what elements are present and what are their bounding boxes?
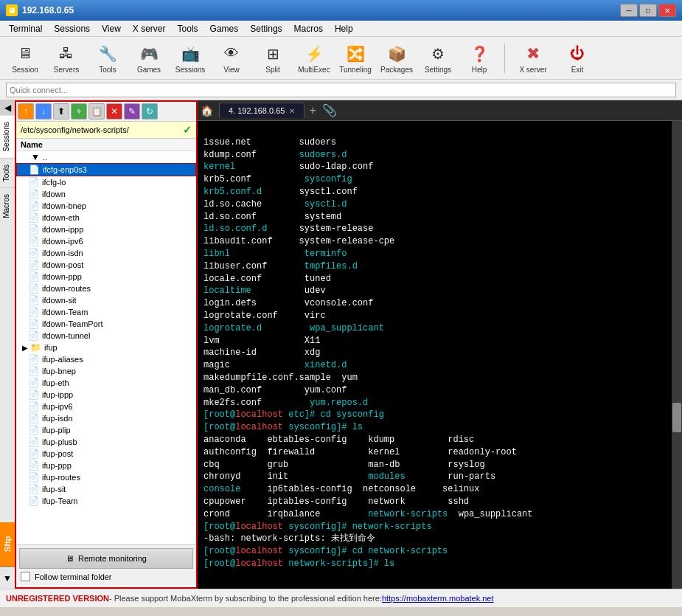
tool-view[interactable]: 👁 View bbox=[212, 40, 251, 77]
fp-btn-download[interactable]: ↓ bbox=[35, 103, 52, 120]
close-button[interactable]: ✕ bbox=[658, 4, 676, 17]
list-item[interactable]: 📄ifdown-ippp bbox=[16, 224, 196, 235]
list-item[interactable]: 📄ifup-aliases bbox=[16, 353, 196, 365]
list-item[interactable]: 📄ifdown-post bbox=[16, 259, 196, 271]
list-item[interactable]: 📄ifup-sit bbox=[16, 483, 196, 495]
tool-xserver[interactable]: ✖ X server bbox=[511, 40, 555, 77]
list-item[interactable]: 📄ifup-post bbox=[16, 448, 196, 460]
sidebar-tab-sessions[interactable]: Sessions bbox=[0, 115, 15, 158]
list-item[interactable]: 📄ifdown-Team bbox=[16, 306, 196, 318]
status-bar: UNREGISTERED VERSION - Please support Mo… bbox=[0, 589, 682, 607]
list-item[interactable]: 📄ifup-bnep bbox=[16, 365, 196, 377]
menu-help[interactable]: Help bbox=[329, 22, 359, 35]
fp-btn-upload[interactable]: ↑ bbox=[18, 103, 34, 120]
fp-btn-up[interactable]: ⬆ bbox=[53, 103, 69, 120]
fp-btn-newfolder[interactable]: + bbox=[71, 103, 87, 120]
tab-home-icon[interactable]: 🏠 bbox=[201, 105, 213, 117]
list-item[interactable]: 📄ifup-Team bbox=[16, 495, 196, 507]
list-item[interactable]: 📄ifdown-routes bbox=[16, 283, 196, 294]
list-item[interactable]: 📄ifdown bbox=[16, 188, 196, 200]
new-tab-icon[interactable]: + bbox=[306, 104, 319, 117]
list-item[interactable]: 📄ifup-eth bbox=[16, 377, 196, 389]
tools-icon: 🔧 bbox=[96, 42, 119, 66]
minimize-button[interactable]: ─ bbox=[620, 4, 638, 17]
tool-session[interactable]: 🖥 Session bbox=[6, 40, 44, 77]
menu-games[interactable]: Games bbox=[204, 22, 245, 35]
tool-help[interactable]: ❓ Help bbox=[460, 40, 498, 77]
list-item[interactable]: 📄ifdown-bnep bbox=[16, 200, 196, 212]
file-icon: 📄 bbox=[28, 201, 39, 211]
list-item[interactable]: 📄ifup-routes bbox=[16, 471, 196, 483]
tool-sessions[interactable]: 📺 Sessions bbox=[171, 40, 209, 77]
tool-servers[interactable]: 🖧 Servers bbox=[47, 40, 86, 77]
file-icon: 📄 bbox=[28, 331, 39, 341]
terminal-tab-bar: 🏠 4. 192.168.0.65 ✕ + 📎 bbox=[198, 100, 682, 121]
tool-split[interactable]: ⊞ Split bbox=[254, 40, 292, 77]
menu-settings[interactable]: Settings bbox=[244, 22, 288, 35]
file-name: ifdown-routes bbox=[42, 284, 91, 293]
tool-exit[interactable]: ⏻ Exit bbox=[558, 40, 596, 77]
sidebar-tab-macros[interactable]: Macros bbox=[0, 187, 15, 224]
menu-sessions[interactable]: Sessions bbox=[48, 22, 96, 35]
menu-tools[interactable]: Tools bbox=[172, 22, 204, 35]
terminal-scrollbar[interactable] bbox=[672, 121, 682, 589]
tool-games[interactable]: 🎮 Games bbox=[130, 40, 168, 77]
file-icon: 📄 bbox=[28, 189, 39, 199]
terminal-content[interactable]: issue.net sudoers kdump.conf sudoers.d k… bbox=[198, 121, 672, 589]
tool-tools[interactable]: 🔧 Tools bbox=[88, 40, 127, 77]
fp-btn-refresh[interactable]: ↻ bbox=[142, 103, 158, 120]
list-item[interactable]: 📄ifdown-ipv6 bbox=[16, 235, 196, 247]
list-item[interactable]: 📄ifup-plusb bbox=[16, 436, 196, 448]
fp-btn-copy[interactable]: 📋 bbox=[88, 103, 105, 120]
list-item[interactable]: 📄ifdown-eth bbox=[16, 212, 196, 224]
menu-macros[interactable]: Macros bbox=[288, 22, 329, 35]
mobaxterm-link[interactable]: https://mobaxterm.mobatek.net bbox=[382, 594, 494, 603]
file-item-ifcfg-enp0s3[interactable]: 📄 ifcfg-enp0s3 bbox=[16, 163, 196, 176]
list-item[interactable]: 📄ifdown-tunnel bbox=[16, 330, 196, 342]
tool-packages[interactable]: 📦 Packages bbox=[377, 40, 416, 77]
list-item[interactable]: 📄ifup-plip bbox=[16, 424, 196, 436]
file-icon: 📄 bbox=[28, 354, 39, 364]
list-item[interactable]: 📄ifdown-sit bbox=[16, 294, 196, 306]
collapse-arrow[interactable]: ◀ bbox=[0, 100, 15, 115]
list-item[interactable]: 📄ifdown-TeamPort bbox=[16, 318, 196, 330]
file-item-parent[interactable]: ▼ .. bbox=[16, 151, 196, 163]
tool-games-label: Games bbox=[137, 66, 161, 74]
tool-session-label: Session bbox=[12, 66, 38, 74]
list-item[interactable]: 📄ifdown-isdn bbox=[16, 247, 196, 259]
title-bar-controls[interactable]: ─ □ ✕ bbox=[620, 4, 676, 17]
window-title: 192.168.0.65 bbox=[22, 5, 74, 15]
list-item[interactable]: 📄ifup-ipv6 bbox=[16, 401, 196, 412]
list-item[interactable]: 📄ifcfg-lo bbox=[16, 176, 196, 188]
tool-tunneling[interactable]: 🔀 Tunneling bbox=[336, 40, 375, 77]
list-item[interactable]: 📄ifdown-ppp bbox=[16, 271, 196, 283]
list-item[interactable]: 📄ifup-ppp bbox=[16, 460, 196, 471]
list-item[interactable]: ▶📁ifup bbox=[16, 342, 196, 353]
fp-btn-rename[interactable]: ✎ bbox=[124, 103, 140, 120]
main-area: ◀ Sessions Tools Macros Sftp ▼ ↑ ↓ ⬆ + 📋… bbox=[0, 100, 682, 589]
menu-view[interactable]: View bbox=[96, 22, 127, 35]
fp-btn-delete[interactable]: ✕ bbox=[106, 103, 122, 120]
follow-folder-checkbox[interactable] bbox=[21, 572, 30, 581]
arrow-down-icon[interactable]: ▼ bbox=[0, 567, 15, 589]
file-name: ifup-eth bbox=[42, 378, 69, 387]
sftp-tab[interactable]: Sftp bbox=[0, 522, 15, 567]
terminal-tab-1[interactable]: 4. 192.168.0.65 ✕ bbox=[219, 103, 305, 118]
remote-monitoring-button[interactable]: 🖥 Remote monitoring bbox=[19, 548, 193, 569]
list-item[interactable]: 📄ifup-isdn bbox=[16, 412, 196, 424]
maximize-button[interactable]: □ bbox=[639, 4, 657, 17]
view-icon: 👁 bbox=[220, 42, 243, 66]
quick-connect-input[interactable] bbox=[6, 83, 676, 97]
menu-terminal[interactable]: Terminal bbox=[3, 22, 48, 35]
file-name: ifdown-ippp bbox=[42, 225, 83, 234]
file-name: ifup-aliases bbox=[42, 355, 83, 364]
scroll-thumb[interactable] bbox=[672, 403, 681, 432]
attach-icon[interactable]: 📎 bbox=[322, 103, 337, 117]
menu-xserver[interactable]: X server bbox=[127, 22, 172, 35]
file-name: ifup-ipv6 bbox=[42, 402, 73, 411]
tool-multiexec[interactable]: ⚡ MultiExec bbox=[295, 40, 333, 77]
list-item[interactable]: 📄ifup-ippp bbox=[16, 389, 196, 401]
sidebar-tab-tools[interactable]: Tools bbox=[0, 158, 15, 187]
tool-settings[interactable]: ⚙ Settings bbox=[419, 40, 457, 77]
tab-close-icon[interactable]: ✕ bbox=[289, 107, 295, 115]
